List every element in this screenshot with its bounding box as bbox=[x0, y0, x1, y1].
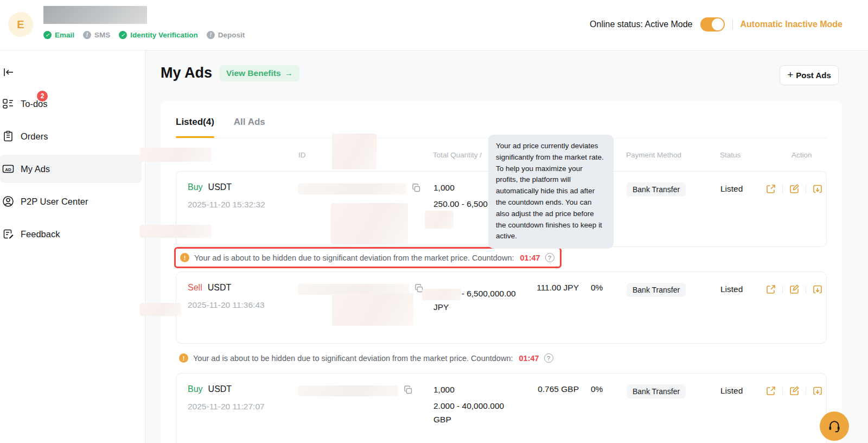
help-icon[interactable]: ? bbox=[545, 253, 554, 262]
payment-method-tag: Bank Transfer bbox=[627, 182, 686, 197]
ad-status: Listed bbox=[705, 283, 765, 343]
ad-deviation: 0% bbox=[583, 384, 616, 443]
post-ads-label: Post Ads bbox=[796, 71, 831, 80]
exclamation-icon: ! bbox=[207, 31, 215, 39]
deviation-warning: ! Your ad is about to be hidden due to s… bbox=[177, 250, 557, 265]
countdown-value: 01:47 bbox=[519, 354, 539, 363]
col-header-action: Action bbox=[764, 151, 827, 159]
col-header-status: Status bbox=[705, 151, 764, 159]
share-ad-button[interactable] bbox=[765, 385, 777, 397]
online-status-toggle[interactable] bbox=[700, 17, 725, 31]
divider bbox=[806, 387, 806, 395]
ad-datetime: 2025-11-20 15:32:32 bbox=[188, 200, 298, 210]
verification-sms: !SMS bbox=[83, 31, 110, 39]
col-header-payment: Payment Method bbox=[615, 151, 705, 159]
feedback-icon bbox=[2, 228, 14, 240]
redaction-patch bbox=[332, 293, 413, 326]
view-benefits-button[interactable]: View Benefits → bbox=[220, 65, 299, 81]
divider bbox=[782, 387, 783, 395]
divider bbox=[732, 20, 733, 29]
sidebar-item-todos[interactable]: To-dos 2 bbox=[0, 90, 142, 118]
sidebar: To-dos 2 Orders AD My Ads P2P User Cente… bbox=[0, 50, 145, 443]
online-status-label: Online status: Active Mode bbox=[590, 20, 692, 29]
ad-asset: USDT bbox=[208, 283, 232, 292]
svg-text:AD: AD bbox=[5, 167, 11, 172]
redaction-patch bbox=[332, 134, 376, 169]
tab-listed[interactable]: Listed(4) bbox=[176, 117, 214, 138]
sidebar-item-my-ads[interactable]: AD My Ads bbox=[0, 155, 142, 183]
todos-count-badge: 2 bbox=[37, 91, 48, 102]
my-ads-icon: AD bbox=[2, 163, 14, 175]
sidebar-item-feedback[interactable]: Feedback bbox=[0, 220, 142, 248]
ad-datetime: 2025-11-20 11:27:07 bbox=[188, 402, 298, 412]
support-button[interactable] bbox=[820, 412, 849, 441]
verification-label: Identity Verification bbox=[130, 31, 198, 39]
warning-highlight-box: ! Your ad is about to be hidden due to s… bbox=[174, 247, 561, 268]
check-icon: ✓ bbox=[43, 31, 52, 39]
payment-method-tag: Bank Transfer bbox=[627, 283, 686, 297]
ad-limit-currency: GBP bbox=[433, 414, 531, 425]
warning-text: Your ad is about to be hidden due to sig… bbox=[193, 354, 513, 363]
sidebar-item-label: P2P User Center bbox=[21, 197, 88, 207]
plus-icon: + bbox=[787, 69, 793, 81]
ad-status: Listed bbox=[705, 384, 765, 443]
todos-icon bbox=[2, 98, 14, 110]
divider bbox=[782, 185, 783, 193]
toggle-knob bbox=[712, 18, 724, 30]
warning-icon: ! bbox=[180, 253, 189, 262]
verification-identity: ✓Identity Verification bbox=[119, 31, 198, 39]
ad-datetime: 2025-11-20 11:36:43 bbox=[188, 300, 298, 310]
topbar: E ✓Email !SMS ✓Identity Verification !De… bbox=[0, 0, 868, 50]
edit-ad-button[interactable] bbox=[788, 283, 800, 295]
exclamation-icon: ! bbox=[83, 31, 91, 39]
username-redacted bbox=[43, 6, 147, 24]
avatar[interactable]: E bbox=[8, 12, 33, 37]
sidebar-collapse-icon[interactable] bbox=[2, 66, 15, 79]
redaction-patch bbox=[331, 203, 408, 244]
help-icon[interactable]: ? bbox=[544, 353, 553, 363]
sidebar-item-p2p-user-center[interactable]: P2P User Center bbox=[0, 187, 142, 216]
ad-price: 0.765 GBP bbox=[531, 384, 583, 443]
ad-quantity: 1,000 bbox=[433, 384, 531, 395]
ad-status: Listed bbox=[705, 182, 765, 246]
take-offline-button[interactable] bbox=[812, 183, 824, 195]
arrow-right-icon: → bbox=[285, 68, 293, 78]
ad-row: SellUSDT 2025-11-20 11:36:43 250.00 - 6,… bbox=[176, 271, 827, 344]
share-ad-button[interactable] bbox=[765, 283, 777, 295]
ad-side: Buy bbox=[188, 182, 203, 192]
warning-text: Your ad is about to be hidden due to sig… bbox=[194, 254, 514, 262]
take-offline-button[interactable] bbox=[812, 283, 824, 295]
copy-icon[interactable] bbox=[412, 183, 421, 193]
ad-deviation: 0% bbox=[583, 283, 616, 343]
sidebar-item-label: Orders bbox=[21, 131, 48, 142]
headset-icon bbox=[827, 419, 841, 433]
price-deviation-tooltip: Your ad price currently deviates signifi… bbox=[488, 135, 614, 249]
divider bbox=[782, 286, 783, 294]
active-tab-underline bbox=[176, 136, 214, 138]
ad-side: Buy bbox=[188, 384, 203, 394]
tab-all-ads[interactable]: All Ads bbox=[234, 117, 265, 138]
sidebar-item-label: My Ads bbox=[21, 164, 50, 174]
edit-ad-button[interactable] bbox=[788, 183, 800, 195]
share-ad-button[interactable] bbox=[765, 183, 777, 195]
divider bbox=[806, 286, 806, 294]
redaction-patch bbox=[140, 303, 181, 316]
ad-asset: USDT bbox=[208, 384, 232, 394]
ad-limit: 2.000 - 40,000.000 bbox=[433, 401, 531, 412]
redaction-patch bbox=[422, 289, 461, 300]
payment-method-tag: Bank Transfer bbox=[627, 384, 686, 398]
copy-icon[interactable] bbox=[404, 385, 413, 395]
take-offline-button[interactable] bbox=[812, 385, 824, 397]
automatic-inactive-mode-link[interactable]: Automatic Inactive Mode bbox=[741, 20, 843, 29]
orders-icon bbox=[2, 130, 14, 142]
edit-ad-button[interactable] bbox=[788, 385, 800, 397]
countdown-value: 01:47 bbox=[520, 254, 540, 262]
sidebar-item-label: Feedback bbox=[21, 229, 60, 239]
avatar-letter: E bbox=[17, 18, 24, 31]
sidebar-item-orders[interactable]: Orders bbox=[0, 122, 142, 150]
verification-badges: ✓Email !SMS ✓Identity Verification !Depo… bbox=[43, 31, 245, 39]
check-icon: ✓ bbox=[119, 31, 127, 39]
post-ads-button[interactable]: + Post Ads bbox=[780, 65, 839, 85]
redaction-patch bbox=[140, 225, 212, 238]
warning-icon: ! bbox=[179, 353, 188, 363]
